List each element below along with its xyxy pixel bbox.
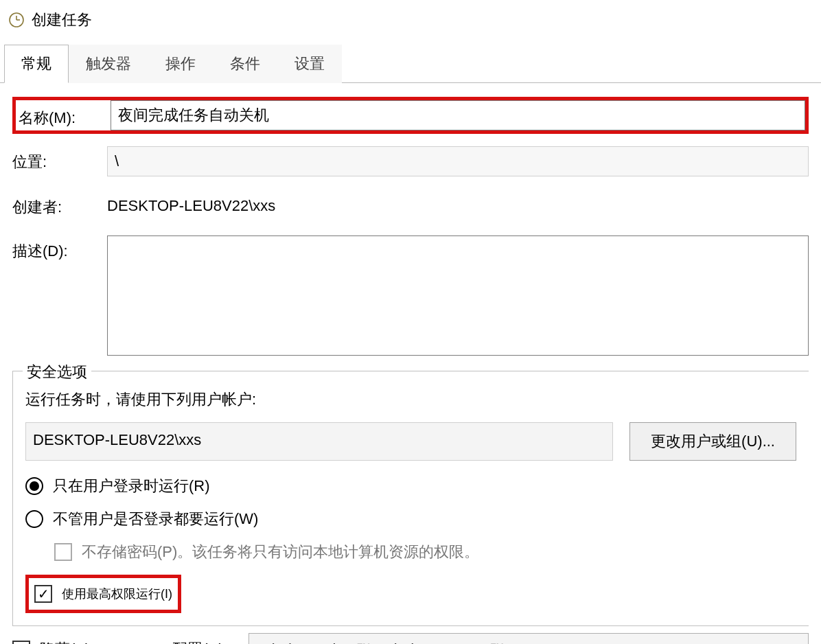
radio-logged-on-label: 只在用户登录时运行(R) (53, 476, 210, 496)
clock-icon (8, 12, 25, 28)
config-label: 配置(C): (172, 639, 228, 644)
location-label: 位置: (12, 146, 107, 172)
tab-settings[interactable]: 设置 (277, 45, 342, 83)
account-row: DESKTOP-LEU8V22\xxs 更改用户或组(U)... (25, 422, 796, 461)
checkbox-icon[interactable]: ✓ (34, 585, 52, 603)
author-row: 创建者: DESKTOP-LEU8V22\xxs (12, 192, 809, 220)
check-no-password: 不存储密码(P)。该任务将只有访问本地计算机资源的权限。 (54, 542, 796, 562)
radio-logged-on[interactable]: 只在用户登录时运行(R) (25, 476, 796, 496)
tab-actions[interactable]: 操作 (148, 45, 213, 83)
tab-general[interactable]: 常规 (4, 45, 69, 83)
tab-conditions[interactable]: 条件 (213, 45, 277, 83)
radio-any-label: 不管用户是否登录都要运行(W) (53, 509, 258, 529)
radio-icon (25, 510, 43, 528)
bottom-row: 隐藏(E) 配置(C): Windows Vista™, Windows Ser… (0, 626, 821, 644)
name-label: 名称(M): (16, 102, 111, 128)
security-prompt: 运行任务时，请使用下列用户帐户: (25, 389, 796, 410)
description-row: 描述(D): (12, 235, 809, 356)
change-user-button[interactable]: 更改用户或组(U)... (629, 422, 796, 461)
radio-icon (25, 477, 43, 495)
name-row-highlight: 名称(M): (12, 97, 809, 134)
tab-content-general: 名称(M): 位置: \ 创建者: DESKTOP-LEU8V22\xxs 描述… (0, 83, 821, 626)
description-textarea[interactable] (107, 235, 809, 356)
hidden-label: 隐藏(E) (40, 639, 90, 644)
highest-priv-label: 使用最高权限运行(I) (62, 586, 172, 602)
name-input[interactable] (111, 100, 805, 130)
author-value: DESKTOP-LEU8V22\xxs (107, 192, 809, 220)
config-select[interactable]: Windows Vista™, Windows Server™ 2008 (248, 633, 809, 644)
location-row: 位置: \ (12, 146, 809, 176)
title-bar: 创建任务 (0, 0, 821, 44)
account-display: DESKTOP-LEU8V22\xxs (25, 422, 613, 461)
description-label: 描述(D): (12, 235, 107, 262)
check-hidden[interactable]: 隐藏(E) (12, 639, 90, 644)
radio-any-login[interactable]: 不管用户是否登录都要运行(W) (25, 509, 796, 529)
tabs-bar: 常规 触发器 操作 条件 设置 (0, 44, 821, 83)
window-title: 创建任务 (32, 10, 92, 30)
checkbox-icon (12, 641, 30, 644)
author-label: 创建者: (12, 192, 107, 218)
no-password-label: 不存储密码(P)。该任务将只有访问本地计算机资源的权限。 (82, 542, 479, 562)
security-legend: 安全选项 (23, 362, 91, 382)
highest-priv-highlight: ✓ 使用最高权限运行(I) (25, 575, 181, 613)
location-value: \ (107, 146, 809, 176)
security-fieldset: 安全选项 运行任务时，请使用下列用户帐户: DESKTOP-LEU8V22\xx… (12, 371, 809, 626)
tab-triggers[interactable]: 触发器 (69, 45, 148, 83)
checkbox-icon (54, 543, 72, 561)
